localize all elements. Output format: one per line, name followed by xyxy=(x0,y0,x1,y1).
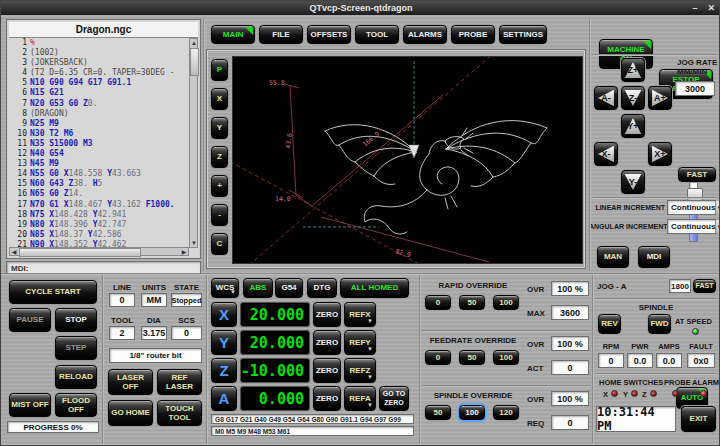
spindle-100-button[interactable]: 100 xyxy=(459,405,485,420)
gcode-line[interactable]: 9N25 M9 xyxy=(9,119,189,129)
jog-y-plus-button[interactable]: Y+ xyxy=(621,114,645,138)
view-y-button[interactable]: Y xyxy=(211,117,228,139)
jog-a-value[interactable]: 1800 xyxy=(669,279,691,293)
gcode-line[interactable]: 20N85 X148.37 Y42.586 xyxy=(9,230,189,240)
feed-50-button[interactable]: 50 xyxy=(459,350,485,365)
axis-z-button[interactable]: Z xyxy=(211,358,237,383)
gcode-line[interactable]: 19N80 X148.396 Y42.747 xyxy=(9,220,189,230)
wcs-dropdown-button[interactable]: WCS▼ xyxy=(211,278,239,298)
rapid-0-button[interactable]: 0 xyxy=(425,295,451,310)
zero-y-button[interactable]: ZERO xyxy=(313,330,341,355)
abs-mode-button[interactable]: ABS xyxy=(243,278,273,298)
jog-z-minus-button[interactable]: Z- xyxy=(621,86,645,110)
gcode-line[interactable]: 1% xyxy=(9,38,189,48)
view-x-button[interactable]: X xyxy=(211,88,228,110)
feed-ovr-value: 100 % xyxy=(551,336,589,351)
mode-mdi-button[interactable]: MDI xyxy=(638,246,670,268)
tab-main[interactable]: MAIN xyxy=(211,25,255,44)
axis-a-button[interactable]: A xyxy=(211,386,237,411)
jog-y-minus-button[interactable]: Y- xyxy=(621,170,645,194)
jog-a-minus-button[interactable]: A- xyxy=(594,86,618,110)
jog-x-minus-button[interactable]: X- xyxy=(594,142,618,166)
gcode-line[interactable]: 3(JOKERSBACK) xyxy=(9,58,189,68)
jog-rate-value[interactable]: 3000 xyxy=(675,81,715,96)
tab-settings[interactable]: SETTINGS xyxy=(499,25,547,44)
go-to-zero-a-button[interactable]: GO TO ZERO xyxy=(379,386,409,411)
jog-a-plus-button[interactable]: A+ xyxy=(648,86,672,110)
ref-a-button[interactable]: REFA▼ xyxy=(344,386,376,411)
step-button[interactable]: STEP xyxy=(55,336,97,360)
zoom-out-button[interactable]: - xyxy=(211,204,228,226)
gcode-line[interactable]: 10N30 T2 M6 xyxy=(9,129,189,139)
gcode-line[interactable]: 4(T2 D=6.35 CR=0. TAPER=30DEG - xyxy=(9,68,189,78)
gcode-vscrollbar[interactable]: ▲ ▼ xyxy=(189,38,198,248)
axis-x-button[interactable]: X xyxy=(211,302,237,327)
cycle-start-button[interactable]: CYCLE START xyxy=(9,280,97,304)
ref-x-button[interactable]: REFX▼ xyxy=(344,302,376,327)
reload-button[interactable]: RELOAD xyxy=(55,365,97,389)
zero-x-button[interactable]: ZERO xyxy=(313,302,341,327)
gcode-list[interactable]: 1%2(1002)3(JOKERSBACK)4(T2 D=6.35 CR=0. … xyxy=(9,38,189,248)
tab-offsets[interactable]: OFFSETS xyxy=(307,25,351,44)
flood-button[interactable]: FLOOD OFF xyxy=(55,393,97,417)
exit-button[interactable]: EXIT xyxy=(681,406,716,432)
gcode-line[interactable]: 6N15 G21 xyxy=(9,88,189,98)
gcode-line[interactable]: 17N70 G1 X148.467 Y43.162 F1000. xyxy=(9,200,189,210)
stop-button[interactable]: STOP xyxy=(55,308,97,332)
close-icon[interactable]: ✕ xyxy=(707,3,715,13)
dtg-button[interactable]: DTG xyxy=(307,278,337,298)
linear-increment-select[interactable]: Continuous▼ xyxy=(667,200,716,215)
gcode-line[interactable]: 14N55 G0 X148.558 Y43.663 xyxy=(9,169,189,179)
gcode-line[interactable]: 8(DRAGON) xyxy=(9,109,189,119)
ref-z-button[interactable]: REFZ▼ xyxy=(344,358,376,383)
tab-alarms[interactable]: ALARMS xyxy=(403,25,447,44)
jog-fast-button[interactable]: FAST xyxy=(678,167,716,182)
clear-plot-button[interactable]: C xyxy=(211,233,228,255)
axis-y-button[interactable]: Y xyxy=(211,330,237,355)
gcode-line[interactable]: 7N20 G53 G0 Z0. xyxy=(9,99,189,109)
amps-label: AMPS xyxy=(656,342,682,351)
g54-indicator[interactable]: G54 xyxy=(275,278,303,298)
mist-button[interactable]: MIST OFF xyxy=(9,393,51,417)
gcode-line[interactable]: 13N45 M9 xyxy=(9,159,189,169)
zero-z-button[interactable]: ZERO xyxy=(313,358,341,383)
rapid-100-button[interactable]: 100 xyxy=(493,295,519,310)
ref-y-button[interactable]: REFY▼ xyxy=(344,330,376,355)
tab-probe[interactable]: PROBE xyxy=(451,25,495,44)
gcode-line[interactable]: 11N35 S15000 M3 xyxy=(9,139,189,149)
jog-x-plus-button[interactable]: X+ xyxy=(648,142,672,166)
toolpath-canvas[interactable]: 55.8 43.6 14.0 166.9 82.9 xyxy=(232,56,583,264)
mode-manual-button[interactable]: MAN xyxy=(597,246,629,268)
minimize-icon[interactable]: – xyxy=(692,3,697,13)
zero-a-button[interactable]: ZERO xyxy=(313,386,341,411)
touch-tool-button[interactable]: TOUCH TOOL xyxy=(157,400,202,426)
tab-file[interactable]: FILE xyxy=(259,25,303,44)
view-perspective-button[interactable]: P xyxy=(211,59,228,81)
go-home-button[interactable]: GO HOME xyxy=(108,400,153,426)
spindle-50-button[interactable]: 50 xyxy=(425,405,451,420)
divider xyxy=(419,275,421,443)
view-z-button[interactable]: Z xyxy=(211,146,228,168)
laser-button[interactable]: LASER OFF xyxy=(108,369,153,395)
gcode-line[interactable]: 18N75 X148.428 Y42.941 xyxy=(9,210,189,220)
spindle-120-button[interactable]: 120 xyxy=(493,405,519,420)
ref-laser-button[interactable]: REF LASER xyxy=(157,369,202,395)
gcode-line[interactable]: 5N10 G90 G94 G17 G91.1 xyxy=(9,78,189,88)
spindle-rev-button[interactable]: REV xyxy=(598,314,621,334)
angular-increment-select[interactable]: Continuous▼ xyxy=(667,219,716,234)
gcode-line[interactable]: 15N60 G43 Z38. H5 xyxy=(9,179,189,189)
gcode-line[interactable]: 16N65 G0 Z14. xyxy=(9,189,189,199)
spindle-fwd-button[interactable]: FWD xyxy=(648,314,671,334)
jog-z-plus-button[interactable]: Z+ xyxy=(621,58,645,82)
feed-0-button[interactable]: 0 xyxy=(425,350,451,365)
gcode-line[interactable]: 12N40 G54 xyxy=(9,149,189,159)
pause-button[interactable]: PAUSE xyxy=(9,308,51,332)
gcode-line[interactable]: 2(1002) xyxy=(9,48,189,58)
active-gcodes: G8 G17 G21 G40 G49 G54 G64 G80 G90 G91.1… xyxy=(211,414,414,424)
jog-a-fast-button[interactable]: FAST xyxy=(693,279,716,293)
tab-tool[interactable]: TOOL xyxy=(355,25,399,44)
zoom-in-button[interactable]: + xyxy=(211,175,228,197)
rapid-50-button[interactable]: 50 xyxy=(459,295,485,310)
feed-100-button[interactable]: 100 xyxy=(493,350,519,365)
gcode-hscrollbar[interactable]: ◀ ▶ xyxy=(9,247,189,256)
